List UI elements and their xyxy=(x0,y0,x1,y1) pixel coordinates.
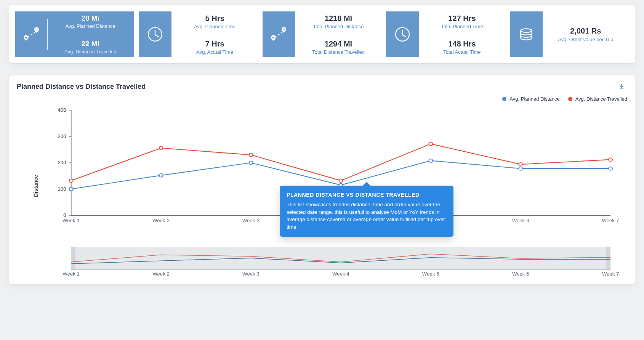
svg-text:200: 200 xyxy=(58,160,66,165)
kpi-value: 22 Mi xyxy=(81,40,99,48)
kpi-value: 1218 MI xyxy=(325,14,352,23)
svg-point-31 xyxy=(159,174,163,177)
plot-area: Distance 0100200300400Week-1Week-2Week-3… xyxy=(17,106,627,277)
kpi-value: 20 Mi xyxy=(81,14,99,22)
svg-point-32 xyxy=(249,161,253,165)
kpi-label: Avg. Distance Travelled xyxy=(64,49,116,55)
svg-text:Week 1: Week 1 xyxy=(62,272,79,277)
brush-mini-chart[interactable]: Week 1Week 2Week 3Week 4Week 5Week 6Week… xyxy=(17,244,627,277)
svg-text:Week 6: Week 6 xyxy=(512,272,529,277)
clock-icon xyxy=(139,11,171,57)
svg-text:Week 2: Week 2 xyxy=(152,272,169,277)
kpi-avg-time: 5 Hrs Avg. Planned Time 7 Hrs Avg. Actua… xyxy=(139,11,258,57)
svg-text:Week-1: Week-1 xyxy=(62,218,80,223)
kpi-value: 127 Hrs xyxy=(448,14,476,23)
kpi-label: Avg. Planned Distance xyxy=(66,23,115,29)
svg-point-40 xyxy=(339,179,343,182)
clock-icon xyxy=(386,11,419,57)
legend-dot xyxy=(502,97,506,101)
svg-point-43 xyxy=(609,158,612,161)
info-tooltip: PLANNED DISTANCE VS DISTANCE TRAVELLED T… xyxy=(280,186,453,237)
kpi-total-distance: 1218 MI Total Planned Distance 1294 MI T… xyxy=(263,11,381,57)
kpi-value: 1294 MI xyxy=(325,40,352,48)
kpi-label: Total Planned Distance xyxy=(313,24,364,29)
svg-rect-46 xyxy=(606,247,610,269)
kpi-panel: 20 Mi Avg. Planned Distance 22 Mi Avg. D… xyxy=(9,5,635,63)
svg-text:Week 5: Week 5 xyxy=(422,272,439,277)
route-icon xyxy=(263,11,295,57)
kpi-label: Avg. Planned Time xyxy=(194,24,235,29)
kpi-total-time: 127 Hrs Total Planned Time 148 Hrs Total… xyxy=(386,11,505,57)
svg-text:400: 400 xyxy=(58,108,66,113)
kpi-value: 5 Hrs xyxy=(205,14,224,23)
svg-text:Week-6: Week-6 xyxy=(512,218,529,223)
chart-title: Planned Distance vs Distance Travelled xyxy=(17,83,146,91)
legend-dot xyxy=(568,97,572,101)
export-button[interactable] xyxy=(616,81,627,92)
svg-text:Week-3: Week-3 xyxy=(242,218,260,223)
svg-point-42 xyxy=(519,163,522,166)
kpi-value: 7 Hrs xyxy=(205,40,224,48)
svg-point-30 xyxy=(69,188,73,191)
coins-icon xyxy=(510,11,543,57)
svg-text:Week 3: Week 3 xyxy=(242,272,259,277)
kpi-label: Avg. Order value per Trip xyxy=(558,37,613,42)
svg-point-41 xyxy=(429,142,433,146)
svg-text:Week 4: Week 4 xyxy=(332,272,349,277)
legend-item-planned[interactable]: Avg. Planned Distance xyxy=(502,96,559,102)
svg-point-35 xyxy=(519,167,522,170)
svg-line-4 xyxy=(155,35,159,37)
kpi-label: Avg. Actual Time xyxy=(196,49,233,55)
svg-point-38 xyxy=(159,146,163,150)
svg-text:Week-7: Week-7 xyxy=(602,218,619,223)
kpi-label: Total Distance Travelled xyxy=(312,49,365,55)
kpi-label: Total Actual Time xyxy=(443,49,481,55)
svg-point-10 xyxy=(521,29,532,32)
svg-rect-45 xyxy=(71,247,75,269)
svg-text:Week 7: Week 7 xyxy=(602,272,619,277)
y-axis-label: Distance xyxy=(33,175,39,197)
chart-legend: Avg. Planned Distance Avg. Distance Trav… xyxy=(17,96,627,102)
route-icon xyxy=(15,11,48,57)
svg-point-34 xyxy=(429,159,433,162)
svg-point-36 xyxy=(609,167,612,170)
svg-text:Week-2: Week-2 xyxy=(152,218,170,223)
chart-panel: Planned Distance vs Distance Travelled A… xyxy=(9,75,635,284)
kpi-label: Total Planned Time xyxy=(441,24,483,29)
legend-item-travelled[interactable]: Avg. Distance Travelled xyxy=(568,96,627,102)
svg-text:100: 100 xyxy=(58,187,66,192)
kpi-value: 2,001 Rs xyxy=(570,27,601,35)
svg-point-39 xyxy=(249,153,253,157)
svg-text:300: 300 xyxy=(58,134,66,139)
svg-point-37 xyxy=(69,179,73,182)
kpi-avg-distance: 20 Mi Avg. Planned Distance 22 Mi Avg. D… xyxy=(15,11,134,57)
svg-line-9 xyxy=(402,35,406,37)
kpi-value: 148 Hrs xyxy=(448,40,476,48)
svg-text:0: 0 xyxy=(63,213,66,218)
kpi-order-value: 2,001 Rs Avg. Order value per Trip xyxy=(510,11,629,57)
